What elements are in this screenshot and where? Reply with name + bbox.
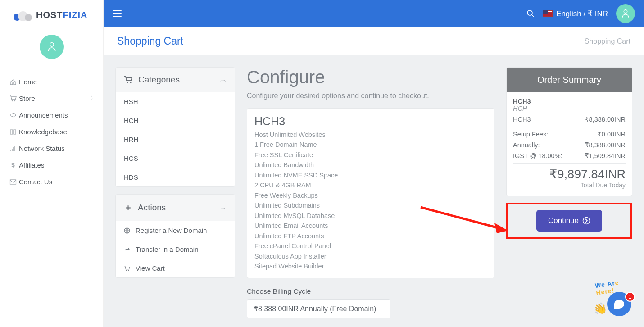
- chevron-right-icon: 〉: [91, 95, 96, 102]
- user-menu[interactable]: [616, 4, 635, 23]
- categories-header[interactable]: Categories ︿: [116, 68, 235, 92]
- product-name: HCH3: [254, 115, 487, 128]
- actions-panel: ＋ Actions ︿ Register a New Domain Transf…: [115, 194, 235, 278]
- sidebar-item-network[interactable]: Network Status: [0, 140, 103, 157]
- user-icon: [621, 9, 630, 18]
- svg-point-4: [527, 10, 532, 15]
- svg-point-1: [12, 100, 13, 101]
- arrow-circle-right-icon: [582, 217, 590, 225]
- continue-label: Continue: [548, 216, 579, 225]
- language-label: English: [556, 9, 581, 18]
- sidebar-item-label: Contact Us: [19, 178, 52, 186]
- titlebar: Shopping Cart Shopping Cart: [104, 27, 644, 55]
- configure-subheading: Configure your desired options and conti…: [247, 92, 494, 100]
- feature-item: Unlimited Bandwidth: [254, 160, 487, 170]
- book-icon: [7, 128, 19, 136]
- cart-icon: [124, 265, 131, 272]
- sidebar-item-affiliates[interactable]: Affiliates: [0, 157, 103, 173]
- breadcrumb: Shopping Cart: [585, 37, 630, 45]
- feature-item: Free SSL Certificate: [254, 150, 487, 160]
- cart-icon: [7, 95, 19, 102]
- feature-item: 2 CPU & 4GB RAM: [254, 180, 487, 190]
- category-item[interactable]: HCH: [116, 111, 235, 130]
- action-transfer-domain[interactable]: Transfer in a Domain: [116, 240, 235, 259]
- sidebar-item-store[interactable]: Store〉: [0, 90, 103, 107]
- menu-toggle[interactable]: [113, 10, 122, 17]
- sidebar-item-knowledgebase[interactable]: Knowledgebase: [0, 123, 103, 140]
- category-item[interactable]: HCS: [116, 149, 235, 168]
- svg-point-0: [50, 43, 53, 46]
- svg-point-15: [583, 218, 590, 224]
- summary-category: HCH: [513, 105, 626, 112]
- nav: Home Store〉 Announcements Knowledgebase …: [0, 72, 103, 192]
- cart-icon: [124, 76, 133, 84]
- home-icon: [7, 78, 19, 86]
- continue-highlight: Continue: [506, 203, 632, 239]
- language-selector[interactable]: English / ₹ INR: [543, 9, 608, 18]
- billing-cycle-label: Choose Billing Cycle: [247, 287, 494, 295]
- action-register-domain[interactable]: Register a New Domain: [116, 221, 235, 240]
- feature-list: Host Unlimited Websites 1 Free Domain Na…: [254, 130, 487, 272]
- categories-title: Categories: [138, 75, 180, 85]
- signal-icon: [7, 145, 19, 152]
- actions-header[interactable]: ＋ Actions ︿: [116, 195, 235, 221]
- svg-rect-3: [10, 180, 16, 184]
- sidebar-item-label: Network Status: [19, 145, 65, 152]
- sidebar: HOSTFIZIA Home Store〉 Announcements Know…: [0, 0, 104, 327]
- feature-item: Free cPanel Control Panel: [254, 241, 487, 251]
- feature-item: Free Weekly Backups: [254, 191, 487, 200]
- summary-total-label: Total Due Today: [513, 182, 626, 189]
- page-title: Shopping Cart: [117, 35, 183, 47]
- logo-text-2: FIZIA: [63, 10, 88, 20]
- sidebar-item-label: Affiliates: [19, 161, 44, 169]
- sidebar-item-label: Knowledgebase: [19, 128, 67, 136]
- continue-button[interactable]: Continue: [536, 210, 602, 232]
- main: English / ₹ INR Shopping Cart Shopping C…: [104, 0, 644, 327]
- logo-text-1: HOST: [36, 10, 63, 20]
- configure-heading: Configure: [247, 67, 494, 87]
- svg-point-7: [130, 82, 131, 83]
- search-icon[interactable]: [526, 9, 535, 18]
- feature-item: Host Unlimited Websites: [254, 130, 487, 140]
- sidebar-item-label: Home: [19, 78, 37, 86]
- chevron-up-icon: ︿: [220, 204, 227, 212]
- svg-point-9: [126, 270, 127, 271]
- logo-icon: [14, 9, 33, 21]
- sidebar-item-label: Announcements: [19, 111, 68, 119]
- configure-section: Configure Configure your desired options…: [247, 67, 494, 327]
- categories-panel: Categories ︿ HSH HCH HRH HCS HDS: [115, 67, 235, 187]
- summary-line: Setup Fees:₹0.00INR: [513, 131, 626, 138]
- topbar: English / ₹ INR: [104, 0, 644, 27]
- summary-line: HCH3₹8,388.00INR: [513, 116, 626, 123]
- category-item[interactable]: HSH: [116, 92, 235, 111]
- product-box: HCH3 Host Unlimited Websites 1 Free Doma…: [247, 108, 494, 278]
- summary-product: HCH3: [513, 98, 626, 105]
- summary-line: IGST @ 18.00%:₹1,509.84INR: [513, 152, 626, 159]
- billing-cycle-select[interactable]: ₹8,388.00INR Annually (Free Domain): [247, 299, 390, 318]
- svg-line-13: [421, 207, 498, 228]
- category-item[interactable]: HDS: [116, 168, 235, 186]
- sidebar-item-announcements[interactable]: Announcements: [0, 107, 103, 123]
- share-icon: [124, 246, 131, 253]
- plus-icon: ＋: [124, 202, 132, 213]
- summary-line: Annually:₹8,388.00INR: [513, 141, 626, 149]
- logo[interactable]: HOSTFIZIA: [0, 0, 103, 29]
- feature-item: Sitepad Website Builder: [254, 261, 487, 271]
- order-summary-column: Order Summary HCH3 HCH HCH3₹8,388.00INR …: [506, 67, 632, 239]
- svg-point-5: [624, 10, 627, 14]
- globe-icon: [124, 227, 131, 234]
- annotation-arrow: [422, 221, 508, 222]
- action-view-cart[interactable]: View Cart: [116, 259, 235, 277]
- mail-icon: [7, 178, 19, 186]
- avatar[interactable]: [40, 35, 64, 59]
- svg-point-2: [14, 100, 15, 101]
- sidebar-item-home[interactable]: Home: [0, 73, 103, 90]
- category-item[interactable]: HRH: [116, 130, 235, 149]
- summary-title: Order Summary: [507, 68, 632, 92]
- sidebar-item-label: Store: [19, 95, 35, 102]
- order-summary: Order Summary HCH3 HCH HCH3₹8,388.00INR …: [506, 67, 632, 196]
- user-icon: [47, 42, 56, 52]
- dollar-icon: [7, 162, 19, 169]
- sidebar-item-contact[interactable]: Contact Us: [0, 173, 103, 190]
- svg-point-10: [128, 270, 129, 271]
